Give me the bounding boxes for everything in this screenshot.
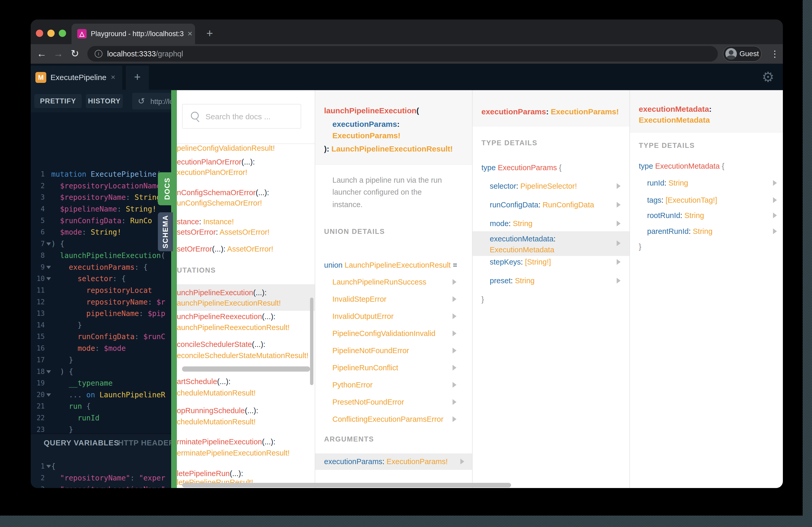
type-field[interactable]: tags: [ExecutionTag!] [647, 194, 717, 206]
docs-item[interactable]: rminatePipelineExecution(...): [177, 436, 275, 448]
forward-button[interactable]: → [51, 44, 66, 64]
fold-arrow-icon[interactable] [46, 266, 51, 269]
playground-tab-executepipeline[interactable]: M ExecutePipeline × [31, 66, 122, 90]
horizontal-scrollbar[interactable] [182, 366, 310, 372]
window-zoom-button[interactable] [59, 30, 66, 37]
union-type-item[interactable]: InvalidStepError [332, 293, 387, 305]
union-type-item[interactable]: PresetNotFoundError [332, 396, 404, 408]
expand-chevron-icon[interactable] [617, 183, 621, 189]
browser-tab[interactable]: △ Playground - http://localhost:3 × [72, 24, 195, 44]
union-type-item[interactable]: PipelineRunConflict [332, 362, 398, 373]
docs-item[interactable]: unConfigSchemaOrError! [177, 197, 262, 209]
playground-tab-close-icon[interactable]: × [111, 66, 115, 90]
union-type-item[interactable]: ConflictingExecutionParamsError [332, 413, 444, 425]
type-field[interactable]: preset: String [490, 275, 535, 286]
tab-query-variables[interactable]: QUERY VARIABLES [44, 439, 119, 447]
expand-chevron-icon[interactable] [773, 213, 777, 218]
type-field[interactable]: runConfigData: RunConfigData [490, 199, 594, 210]
union-type-item[interactable]: PipelineConfigValidationInvalid [332, 328, 435, 339]
tab-schema[interactable]: SCHEMA [158, 212, 173, 251]
docs-item[interactable]: ecutionPlanOrError(...): [177, 156, 255, 168]
union-type-item[interactable]: LaunchPipelineRunSuccess [332, 276, 426, 288]
docs-item[interactable]: cheduleMutationResult! [177, 387, 256, 398]
type-field[interactable]: runId: String [647, 177, 688, 189]
tab-close-icon[interactable]: × [188, 24, 192, 44]
docs-item[interactable]: econcileSchedulerStateMutationResult! [177, 350, 308, 361]
expand-chevron-icon[interactable] [452, 416, 456, 422]
docs-item[interactable]: nConfigSchemaOrError(...): [177, 187, 269, 198]
expand-chevron-icon[interactable] [617, 240, 621, 246]
expand-chevron-icon[interactable] [460, 459, 464, 464]
browser-menu-icon[interactable]: ⋮ [768, 46, 781, 62]
query-variables-panel[interactable]: QUERY VARIABLES HTTP HEADERS 1{ 2 "repos… [31, 434, 177, 488]
docs-item[interactable]: concileSchedulerState(...): [177, 338, 265, 350]
url-bar[interactable]: i localhost:3333/graphql [87, 46, 718, 62]
expand-chevron-icon[interactable] [773, 228, 777, 234]
docs-item-selected[interactable]: unchPipelineExecution(...): [177, 287, 266, 298]
expand-chevron-icon[interactable] [452, 348, 456, 353]
fold-arrow-icon[interactable] [46, 242, 51, 245]
expand-chevron-icon[interactable] [452, 296, 456, 302]
fold-arrow-icon[interactable] [46, 465, 51, 468]
expand-chevron-icon[interactable] [452, 365, 456, 371]
docs-item[interactable]: erminatePipelineExecutionResult! [177, 447, 290, 459]
docs-item[interactable]: aunchPipelineReexecutionResult! [177, 322, 290, 333]
docs-item[interactable]: artSchedule(...): [177, 376, 230, 387]
docs-item[interactable]: unchPipelineReexecution(...): [177, 311, 275, 322]
expand-chevron-icon[interactable] [452, 382, 456, 388]
playground-new-tab-button[interactable]: + [126, 66, 149, 90]
expand-chevron-icon[interactable] [617, 221, 621, 226]
site-info-icon[interactable]: i [95, 50, 102, 58]
fold-arrow-icon[interactable] [46, 370, 51, 373]
window-close-button[interactable] [36, 30, 43, 37]
window-minimize-button[interactable] [47, 30, 55, 37]
expand-chevron-icon[interactable] [617, 202, 621, 208]
expand-chevron-icon[interactable] [617, 259, 621, 265]
settings-gear-icon[interactable]: ⚙ [759, 68, 777, 86]
fold-arrow-icon[interactable] [46, 277, 51, 281]
expand-chevron-icon[interactable] [773, 197, 777, 203]
argument-item-selected[interactable]: executionParams: ExecutionParams! [324, 456, 448, 467]
back-button[interactable]: ← [34, 44, 49, 64]
expand-chevron-icon[interactable] [617, 278, 621, 284]
docs-search-box[interactable] [182, 104, 301, 129]
section-type-details: TYPE DETAILS [639, 140, 695, 151]
type-field[interactable]: rootRunId: String [647, 210, 704, 221]
type-field-selected[interactable]: executionMetadata: [490, 233, 555, 244]
expand-chevron-icon[interactable] [452, 399, 456, 405]
docs-horizontal-scrollbar[interactable] [182, 483, 511, 487]
reload-button[interactable]: ↻ [68, 44, 82, 64]
docs-item[interactable]: opRunningSchedule(...): [177, 405, 258, 416]
docs-item[interactable]: setsOrError: AssetsOrError! [177, 226, 270, 238]
union-type-item[interactable]: PythonError [332, 379, 373, 391]
expand-chevron-icon[interactable] [452, 313, 456, 319]
query-editor[interactable]: 1mutation ExecutePipeline( 2 $repository… [31, 112, 177, 434]
history-button[interactable]: HISTORY [86, 94, 123, 108]
docs-search-input[interactable] [205, 104, 297, 129]
expand-chevron-icon[interactable] [452, 279, 456, 285]
profile-button[interactable]: Guest [723, 46, 762, 62]
type-field[interactable]: parentRunId: String [647, 226, 713, 237]
vertical-scrollbar[interactable] [310, 298, 314, 385]
type-field[interactable]: stepKeys: [String!] [490, 256, 551, 268]
tab-http-headers[interactable]: HTTP HEADERS [118, 439, 180, 447]
union-type-item[interactable]: PipelineNotFoundError [332, 345, 409, 356]
type-field-selected[interactable]: ExecutionMetadata [490, 244, 554, 255]
union-type-item[interactable]: InvalidOutputError [332, 311, 393, 322]
docs-item[interactable]: stance: Instance! [177, 216, 234, 227]
docs-item[interactable]: setOrError(...): AssetOrError! [177, 243, 273, 255]
docs-item-selected[interactable]: aunchPipelineExecutionResult! [177, 297, 281, 309]
docs-item[interactable]: pelineConfigValidationResult! [177, 142, 275, 154]
docs-drag-handle[interactable] [171, 90, 177, 488]
docs-item[interactable]: xecutionPlanOrError! [177, 167, 247, 178]
fold-arrow-icon[interactable] [46, 393, 51, 396]
prettify-button[interactable]: PRETTIFY [34, 94, 82, 108]
type-field[interactable]: mode: String [490, 218, 532, 229]
docs-item[interactable]: cheduleMutationResult! [177, 416, 256, 427]
playground-tabbar: M ExecutePipeline × + ⚙ [31, 64, 783, 90]
expand-chevron-icon[interactable] [452, 331, 456, 336]
tab-docs[interactable]: DOCS [158, 172, 177, 205]
type-field[interactable]: selector: PipelineSelector! [490, 180, 577, 192]
expand-chevron-icon[interactable] [773, 180, 777, 186]
new-tab-button[interactable]: + [199, 24, 220, 44]
